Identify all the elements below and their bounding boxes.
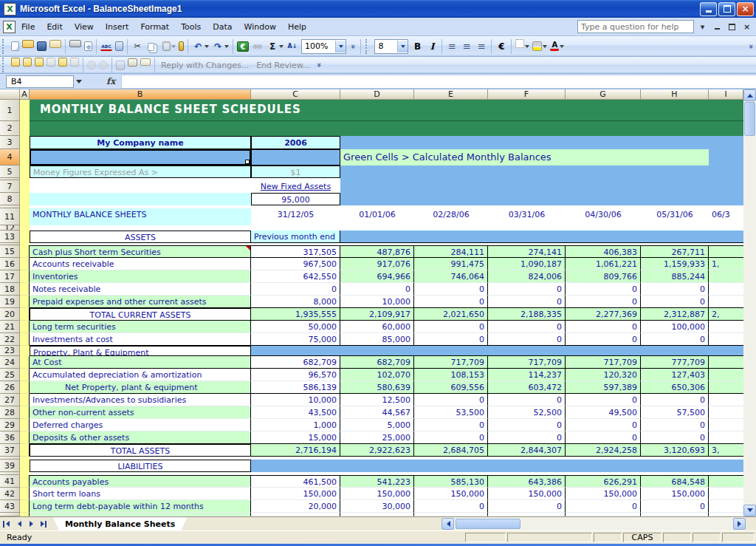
row-header-11[interactable]: 11 <box>0 208 20 225</box>
align-center-button[interactable]: ≡ <box>459 38 474 55</box>
cell-C36[interactable]: 15,000 <box>251 431 340 444</box>
row-header-42[interactable]: 42 <box>0 488 20 500</box>
cell-F15[interactable]: 274,141 <box>488 245 566 258</box>
cell-I19[interactable] <box>709 296 743 308</box>
row-header-5[interactable]: 5 <box>0 165 20 178</box>
cell-D13-I13[interactable] <box>340 231 743 243</box>
cell-C8[interactable]: 95,000 <box>251 193 340 205</box>
row-header-25[interactable]: 25 <box>0 369 20 381</box>
cell-H28[interactable]: 57,500 <box>641 406 709 419</box>
workbook-close-button[interactable]: × <box>740 21 753 33</box>
first-sheet-button[interactable] <box>0 517 13 530</box>
row-header-15[interactable]: 15 <box>0 245 20 258</box>
cell-D27[interactable]: 12,500 <box>340 394 414 406</box>
cell-E16[interactable]: 991,475 <box>414 258 488 270</box>
cell-A4[interactable] <box>20 149 30 165</box>
cell-C41[interactable]: 461,500 <box>251 475 340 488</box>
cell-C27[interactable]: 10,000 <box>251 394 340 406</box>
cell-I27[interactable] <box>709 394 743 406</box>
cell-H16[interactable]: 1,159,933 <box>641 258 709 270</box>
cell-H41[interactable]: 684,548 <box>641 475 709 488</box>
cell-F37[interactable]: 2,844,307 <box>488 444 566 457</box>
cell-A41[interactable] <box>20 475 30 488</box>
cell-B43[interactable]: Long term debt-payable within 12 months <box>30 500 251 513</box>
cell-F21[interactable]: 0 <box>488 321 566 333</box>
cell-E15[interactable]: 284,111 <box>414 245 488 258</box>
cell-C29[interactable]: 1,000 <box>251 419 340 431</box>
cell-F28[interactable]: 52,500 <box>488 406 566 419</box>
next-comment-button[interactable] <box>33 57 45 73</box>
cell-I36[interactable] <box>709 431 743 444</box>
row-header-17[interactable]: 17 <box>0 270 20 283</box>
cell-E28[interactable]: 53,500 <box>414 406 488 419</box>
new-document-button[interactable] <box>10 38 21 55</box>
next-change-button[interactable] <box>97 57 109 73</box>
row-header-28[interactable]: 28 <box>0 406 20 419</box>
cell-A43[interactable] <box>20 500 30 513</box>
cell-B42[interactable]: Short term loans <box>30 488 251 500</box>
cell-A1[interactable] <box>20 100 30 121</box>
cell-A22[interactable] <box>20 333 30 346</box>
cell-G20[interactable]: 2,277,369 <box>566 308 641 321</box>
undo-button[interactable]: ↶ <box>190 38 210 55</box>
name-box-dropdown-icon[interactable] <box>74 75 84 88</box>
cell-G18[interactable]: 0 <box>566 283 641 296</box>
cell-I24[interactable] <box>709 356 743 369</box>
cell-B29[interactable]: Deferred charges <box>30 419 251 431</box>
cell-I41[interactable] <box>709 475 743 488</box>
cell-I42[interactable] <box>709 488 743 500</box>
row-header-13[interactable]: 13 <box>0 231 20 243</box>
formula-input[interactable] <box>121 75 756 89</box>
cell-E41[interactable]: 585,130 <box>414 475 488 488</box>
question-input[interactable] <box>577 20 694 33</box>
cell-C13[interactable]: Previous month end <box>251 231 340 243</box>
fill-color-button[interactable] <box>531 38 549 55</box>
cell-B[interactable] <box>30 513 251 516</box>
cell-I25[interactable] <box>709 369 743 381</box>
cell-G22[interactable]: 0 <box>566 333 641 346</box>
cell-A29[interactable] <box>20 419 30 431</box>
menu-window[interactable]: Window <box>238 19 282 35</box>
row-header-22[interactable]: 22 <box>0 333 20 346</box>
column-header-G[interactable]: G <box>566 89 641 100</box>
cell-B36[interactable]: Deposits & other assets <box>30 431 251 444</box>
cell-E20[interactable]: 2,021,650 <box>414 308 488 321</box>
dropdown-arrow-icon[interactable] <box>171 45 176 50</box>
workbook-restore-button[interactable] <box>726 21 738 33</box>
font-size-combobox[interactable]: 8 <box>374 39 408 54</box>
cell-C24[interactable]: 682,709 <box>251 356 340 369</box>
menu-tools[interactable]: Tools <box>175 19 207 35</box>
row-header-16[interactable]: 16 <box>0 258 20 270</box>
cell-E37[interactable]: 2,684,705 <box>414 444 488 457</box>
row-header-2[interactable]: 2 <box>0 121 20 136</box>
row-header-29[interactable]: 29 <box>0 419 20 431</box>
row-header-41[interactable]: 41 <box>0 475 20 488</box>
cell-G21[interactable]: 0 <box>566 321 641 333</box>
cell-C39-I39[interactable] <box>251 460 743 472</box>
open-button[interactable] <box>21 38 35 55</box>
font-size-dropdown-icon[interactable] <box>397 41 408 52</box>
cell-I28[interactable] <box>709 406 743 419</box>
cell-D4-H4[interactable]: Green Cells > Calculated Monthly Balance… <box>340 149 709 165</box>
cell-F22[interactable]: 0 <box>488 333 566 346</box>
next-sheet-button[interactable] <box>25 517 38 530</box>
scroll-right-button[interactable] <box>733 518 746 530</box>
cell-G28[interactable]: 49,500 <box>566 406 641 419</box>
cell-G19[interactable]: 0 <box>566 296 641 308</box>
cell-A18[interactable] <box>20 283 30 296</box>
cell-H37[interactable]: 3,120,693 <box>641 444 709 457</box>
column-header-D[interactable]: D <box>340 89 414 100</box>
cell-F29[interactable]: 0 <box>488 419 566 431</box>
cell-F26[interactable]: 603,472 <box>488 381 566 394</box>
row-header-24[interactable]: 24 <box>0 356 20 369</box>
cell-H43[interactable]: 0 <box>641 500 709 513</box>
row-header-39[interactable]: 39 <box>0 460 20 472</box>
cell-F42[interactable]: 150,000 <box>488 488 566 500</box>
cell-B39[interactable]: LIABILITIES <box>30 460 251 472</box>
cell-A25[interactable] <box>20 369 30 381</box>
cell-I[interactable] <box>709 513 743 516</box>
cell-D17[interactable]: 694,966 <box>340 270 414 283</box>
cell-C43[interactable]: 20,000 <box>251 500 340 513</box>
cell-B5[interactable]: Money Figures Expressed As > <box>30 165 251 178</box>
insert-function-icon[interactable]: fx <box>84 76 121 86</box>
